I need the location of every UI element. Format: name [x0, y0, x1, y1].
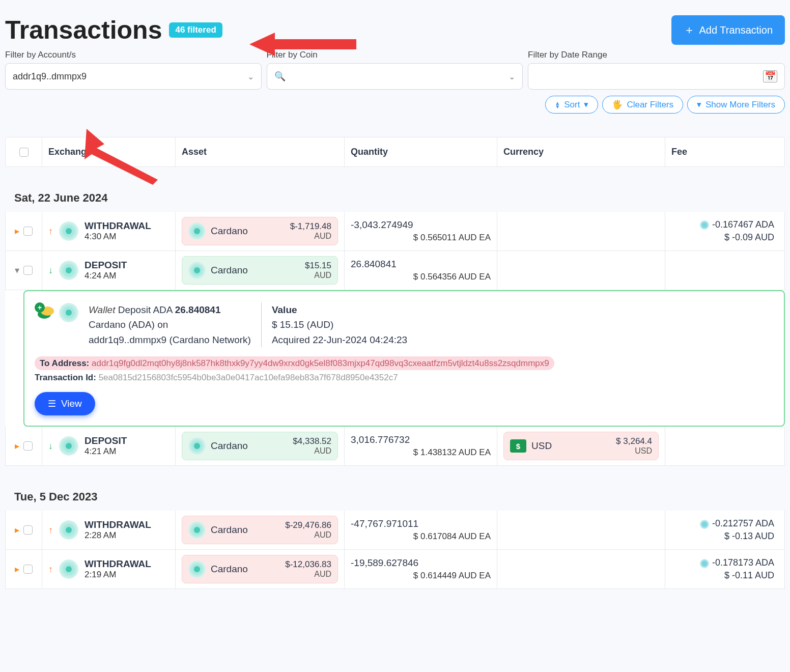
cardano-icon: [59, 436, 78, 456]
show-more-filters-button[interactable]: ▾ Show More Filters: [687, 96, 785, 114]
transaction-time: 4:30 AM: [84, 232, 151, 242]
plus-icon: ＋: [684, 22, 695, 38]
currency-name: USD: [531, 440, 552, 452]
column-currency[interactable]: Currency: [497, 137, 665, 166]
transaction-row: ▾↓DEPOSIT4:24 AMCardano$15.15AUD26.84084…: [5, 251, 785, 290]
chevron-down-icon: ⌄: [509, 72, 515, 81]
transaction-time: 2:19 AM: [84, 570, 151, 580]
column-fee[interactable]: Fee: [665, 137, 784, 166]
select-all-checkbox[interactable]: [19, 148, 29, 157]
quantity-value: -3,043.274949: [351, 219, 413, 231]
menu-icon: ☰: [48, 398, 56, 409]
column-quantity[interactable]: Quantity: [345, 137, 497, 166]
transaction-row: ▸↑WITHDRAWAL2:28 AMCardano$-29,476.86AUD…: [5, 511, 785, 550]
fee-fiat: $ -0.13 AUD: [724, 531, 774, 542]
show-more-filters-label: Show More Filters: [706, 100, 775, 110]
asset-name: Cardano: [211, 524, 248, 536]
row-checkbox[interactable]: [23, 525, 33, 535]
quantity-rate: $ 0.617084 AUD EA: [413, 531, 491, 542]
asset-card: Cardano$-1,719.48AUD: [182, 217, 338, 245]
cardano-icon: [188, 262, 206, 279]
clear-filters-button[interactable]: 🖐 Clear Filters: [602, 96, 683, 114]
row-checkbox[interactable]: [23, 441, 33, 451]
filter-date-label: Filter by Date Range: [528, 50, 785, 60]
filter-coin-select[interactable]: 🔍 ⌄: [267, 63, 523, 90]
fee-fiat: $ -0.09 AUD: [724, 232, 774, 243]
row-checkbox[interactable]: [23, 227, 33, 236]
filter-date-input[interactable]: 📅: [528, 63, 785, 90]
asset-value: $-12,036.83: [285, 559, 331, 570]
transaction-type: WITHDRAWAL: [84, 220, 151, 232]
cardano-icon: [59, 261, 78, 280]
cardano-icon: [700, 559, 709, 568]
expand-row-caret[interactable]: ▸: [15, 524, 19, 536]
detail-summary: Wallet Deposit ADA 26.840841: [89, 302, 251, 317]
arrow-up-icon: ↑: [48, 226, 53, 237]
chevron-down-icon: ▾: [697, 99, 701, 110]
row-checkbox[interactable]: [23, 565, 33, 574]
asset-name: Cardano: [211, 440, 248, 452]
row-checkbox[interactable]: [23, 266, 33, 275]
transaction-row: ▸↓DEPOSIT4:21 AMCardano$4,338.52AUD3,016…: [5, 427, 785, 466]
cardano-icon: [188, 437, 206, 455]
transaction-type: DEPOSIT: [84, 435, 127, 446]
detail-to-address: To Address: addr1q9fg0dl2mqt0hy8j8nk587h…: [35, 358, 774, 369]
add-transaction-button[interactable]: ＋ Add Transaction: [671, 15, 785, 45]
cardano-icon: [700, 520, 709, 529]
cardano-icon: [188, 222, 206, 240]
asset-name: Cardano: [211, 265, 248, 276]
arrow-up-icon: ↑: [48, 525, 53, 536]
fee-amount: -0.167467 ADA: [712, 219, 774, 230]
detail-value-amount: $ 15.15 (AUD): [272, 317, 407, 332]
asset-currency: AUD: [285, 570, 331, 579]
cardano-icon: [59, 559, 78, 579]
cardano-icon: [59, 520, 78, 540]
quantity-rate: $ 1.438132 AUD EA: [413, 447, 491, 458]
quantity-rate: $ 0.564356 AUD EA: [413, 272, 491, 282]
arrow-down-icon: ↓: [48, 265, 53, 276]
filter-account-select[interactable]: addr1q9..dmmpx9 ⌄: [5, 63, 262, 90]
transaction-time: 4:21 AM: [84, 446, 127, 457]
column-exchange[interactable]: Exchange: [42, 137, 176, 166]
view-label: View: [61, 398, 82, 409]
date-group-heading: Tue, 5 Dec 2023: [5, 466, 785, 511]
filter-count-badge: 46 filtered: [169, 22, 222, 38]
quantity-rate: $ 0.565011 AUD EA: [413, 233, 491, 243]
cardano-icon: [188, 521, 206, 539]
asset-value: $-29,476.86: [285, 520, 331, 530]
quantity-value: -47,767.971011: [351, 518, 418, 529]
fee-fiat: $ -0.11 AUD: [724, 570, 774, 581]
view-button[interactable]: ☰View: [35, 392, 95, 415]
detail-transaction-id: Transaction Id: 5ea0815d2156803fc5954b0b…: [35, 373, 774, 383]
expand-row-caret[interactable]: ▸: [15, 564, 19, 575]
detail-value-label: Value: [272, 302, 407, 317]
fee-amount: -0.212757 ADA: [712, 518, 774, 528]
filter-account-value: addr1q9..dmmpx9: [13, 71, 87, 82]
deposit-coins-icon: +: [35, 302, 55, 323]
asset-name: Cardano: [211, 226, 248, 237]
search-icon: 🔍: [274, 71, 286, 82]
usd-icon: $: [510, 439, 526, 453]
arrow-down-icon: ↓: [48, 441, 53, 452]
transaction-time: 4:24 AM: [84, 271, 127, 281]
transaction-time: 2:28 AM: [84, 530, 151, 541]
detail-acquired: Acquired 22-Jun-2024 04:24:23: [272, 332, 407, 347]
expand-row-caret[interactable]: ▾: [15, 265, 19, 276]
cardano-icon: [700, 220, 709, 230]
chevron-down-icon: ▾: [584, 99, 588, 110]
detail-network: addr1q9..dmmpx9 (Cardano Network): [89, 332, 251, 347]
quantity-value: 26.840841: [351, 259, 397, 270]
transaction-type: WITHDRAWAL: [84, 519, 151, 530]
asset-card: Cardano$-29,476.86AUD: [182, 516, 338, 544]
currency-value: $ 3,264.4: [616, 436, 652, 446]
asset-currency: AUD: [290, 232, 331, 241]
chevron-down-icon: ⌄: [247, 72, 254, 81]
asset-name: Cardano: [211, 564, 248, 575]
column-asset[interactable]: Asset: [176, 137, 345, 166]
asset-card: Cardano$15.15AUD: [182, 256, 338, 285]
transaction-type: WITHDRAWAL: [84, 558, 151, 570]
expand-row-caret[interactable]: ▸: [15, 440, 19, 452]
sort-button[interactable]: ▲▼ Sort ▾: [545, 96, 598, 114]
clear-filters-label: Clear Filters: [627, 100, 673, 110]
expand-row-caret[interactable]: ▸: [15, 226, 19, 237]
